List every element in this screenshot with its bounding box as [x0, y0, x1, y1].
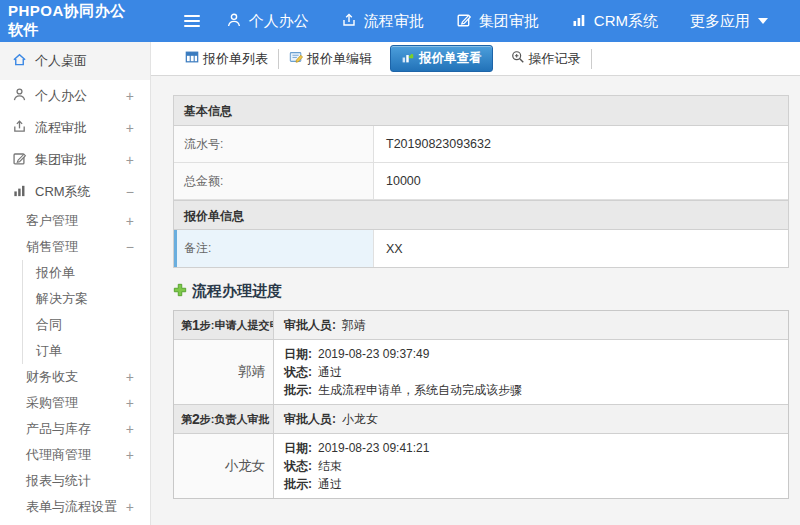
step-approver: 审批人员:郭靖 — [274, 311, 788, 339]
sidebar-item-personal-office[interactable]: 个人办公 + — [0, 80, 150, 112]
edit-note-icon — [289, 50, 303, 67]
tab-operation-log[interactable]: 操作记录 — [501, 49, 592, 69]
approval-detail: 日期:2019-08-23 09:37:49 状态:通过 批示:生成流程申请单，… — [274, 340, 788, 404]
zoom-in-icon — [511, 50, 525, 67]
field-row-serial-number: 流水号: T20190823093632 — [174, 126, 788, 163]
sidebar-item-agent-mgmt[interactable]: 代理商管理 + — [0, 442, 150, 468]
workflow-step-2-detail: 小龙女 日期:2019-08-23 09:41:21 状态:结束 批示:通过 — [174, 434, 788, 498]
workflow-step-1-header: 第1步:申请人提交申请 审批人员:郭靖 — [174, 311, 788, 340]
sidebar-item-reports[interactable]: 报表与统计 — [0, 468, 150, 494]
user-icon — [12, 87, 27, 105]
field-label: 备注: — [174, 230, 374, 267]
table-icon — [185, 50, 199, 67]
sidebar-item-sales-mgmt[interactable]: 销售管理 − — [0, 234, 150, 260]
step-title: 第1步:申请人提交申请 — [174, 311, 274, 339]
workflow-step-1-detail: 郭靖 日期:2019-08-23 09:37:49 状态:通过 批示:生成流程申… — [174, 340, 788, 405]
sidebar-item-finance[interactable]: 财务收支 + — [0, 364, 150, 390]
topnav-more-apps[interactable]: 更多应用 — [690, 12, 768, 31]
section-title-quotation-info: 报价单信息 — [174, 200, 788, 230]
bar-chart-icon — [571, 12, 594, 31]
sidebar-item-quotation[interactable]: 报价单 — [0, 260, 150, 286]
topnav-group-approval[interactable]: 集团审批 — [456, 12, 539, 31]
field-value: T20190823093632 — [374, 126, 788, 162]
flow-icon — [12, 119, 27, 137]
approver-name: 郭靖 — [174, 340, 274, 404]
section-title-basic-info: 基本信息 — [174, 96, 788, 126]
hamburger-menu-icon[interactable] — [184, 15, 200, 27]
tab-quotation-edit[interactable]: 报价单编辑 — [279, 49, 382, 69]
view-chart-icon — [401, 51, 414, 67]
sidebar-item-group-approval[interactable]: 集团审批 + — [0, 144, 150, 176]
step-approver: 审批人员:小龙女 — [274, 405, 788, 433]
approver-name: 小龙女 — [174, 434, 274, 498]
tab-bar: 报价单列表 报价单编辑 报价单查看 操作记录 — [151, 42, 800, 76]
sidebar: 个人桌面 个人办公 + 流程审批 + — [0, 42, 151, 525]
sidebar-item-customer-mgmt[interactable]: 客户管理 + — [0, 208, 150, 234]
workflow-progress-table: 第1步:申请人提交申请 审批人员:郭靖 郭靖 日期:2019-08-23 09:… — [173, 310, 789, 499]
green-plus-icon — [173, 283, 187, 300]
sidebar-item-purchase[interactable]: 采购管理 + — [0, 390, 150, 416]
sidebar-item-crm[interactable]: CRM系统 − — [0, 176, 150, 208]
bar-chart-icon — [12, 183, 27, 201]
flow-icon — [341, 12, 364, 31]
tab-quotation-list[interactable]: 报价单列表 — [175, 49, 279, 69]
top-header: PHPOA协同办公软件 个人办公 流程审批 集团审批 CRM系统 更多应用 — [0, 0, 800, 42]
workflow-step-2-header: 第2步:负责人审批 审批人员:小龙女 — [174, 405, 788, 434]
edit-icon — [456, 12, 479, 31]
workflow-progress-heading: 流程办理进度 — [173, 282, 789, 301]
sidebar-item-workflow-approval[interactable]: 流程审批 + — [0, 112, 150, 144]
field-row-total-amount: 总金额: 10000 — [174, 163, 788, 200]
edit-icon — [12, 151, 27, 169]
topnav-crm[interactable]: CRM系统 — [571, 12, 658, 31]
sidebar-item-contract[interactable]: 合同 — [0, 312, 150, 338]
home-icon — [12, 52, 27, 70]
field-label: 流水号: — [174, 126, 374, 162]
sidebar-item-desktop[interactable]: 个人桌面 — [0, 42, 150, 80]
sidebar-item-solution[interactable]: 解决方案 — [0, 286, 150, 312]
sidebar-item-form-flow-settings[interactable]: 表单与流程设置 + — [0, 494, 150, 520]
approval-detail: 日期:2019-08-23 09:41:21 状态:结束 批示:通过 — [274, 434, 788, 498]
chevron-down-icon — [758, 18, 768, 24]
field-row-remark: 备注: XX — [174, 230, 788, 267]
user-icon — [226, 12, 249, 31]
field-label: 总金额: — [174, 163, 374, 199]
step-title: 第2步:负责人审批 — [174, 405, 274, 433]
field-value: 10000 — [374, 163, 788, 199]
quotation-detail-table: 基本信息 流水号: T20190823093632 总金额: 10000 报价单… — [173, 95, 789, 268]
field-value: XX — [374, 230, 788, 267]
tab-quotation-view[interactable]: 报价单查看 — [390, 45, 493, 72]
sidebar-item-order[interactable]: 订单 — [0, 338, 150, 364]
sidebar-item-product-inventory[interactable]: 产品与库存 + — [0, 416, 150, 442]
topnav-personal-office[interactable]: 个人办公 — [226, 12, 309, 31]
app-logo: PHPOA协同办公软件 — [0, 2, 138, 40]
topnav-workflow-approval[interactable]: 流程审批 — [341, 12, 424, 31]
content-area: 基本信息 流水号: T20190823093632 总金额: 10000 报价单… — [151, 76, 800, 525]
